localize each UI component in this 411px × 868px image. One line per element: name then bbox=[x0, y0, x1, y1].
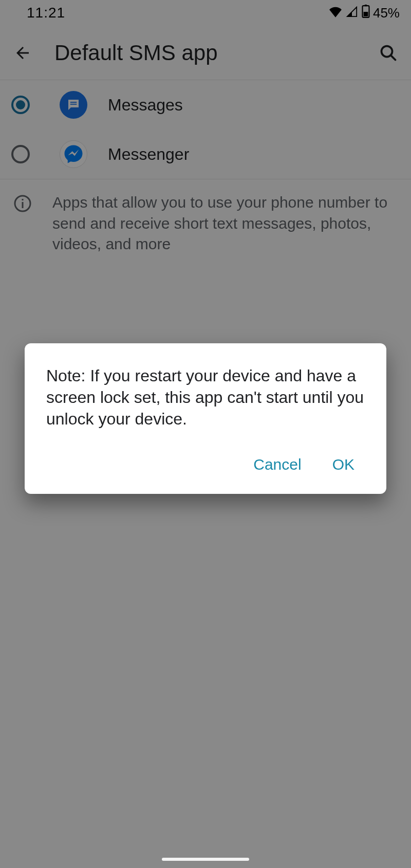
ok-button[interactable]: OK bbox=[327, 452, 360, 477]
home-indicator[interactable] bbox=[162, 858, 249, 861]
confirmation-dialog: Note: If you restart your device and hav… bbox=[25, 343, 386, 494]
dialog-message: Note: If you restart your device and hav… bbox=[46, 365, 365, 430]
cancel-button[interactable]: Cancel bbox=[248, 452, 306, 477]
dialog-actions: Cancel OK bbox=[46, 452, 365, 482]
screen: 11:21 45% Default SMS app bbox=[0, 0, 411, 868]
